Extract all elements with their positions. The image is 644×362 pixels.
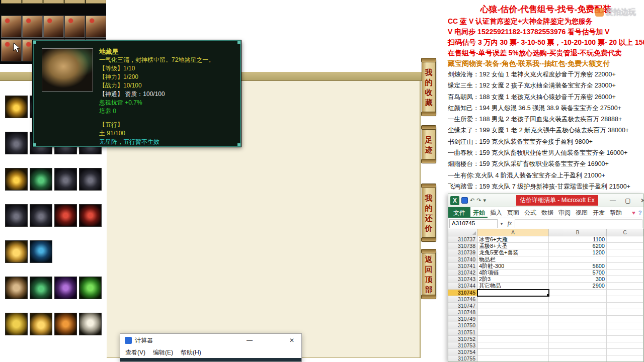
ribbon-tab-3[interactable]: 插入 <box>488 207 505 218</box>
jade-icon[interactable] <box>30 277 52 299</box>
crown-icon[interactable] <box>5 240 28 263</box>
character-portrait[interactable] <box>64 16 85 38</box>
cell-B310737[interactable]: 1100 <box>549 236 607 243</box>
name-box-dropdown-icon[interactable]: ▾ <box>499 221 505 226</box>
cell-A310750[interactable] <box>477 322 549 329</box>
cell-A310754[interactable] <box>477 349 549 355</box>
row-header-310740[interactable]: 310740 <box>448 256 477 263</box>
yellow-robe-icon[interactable] <box>5 313 28 335</box>
cell-C310753[interactable] <box>607 342 643 349</box>
cell-A310743[interactable]: 2阶3 <box>477 276 549 283</box>
jade-icon[interactable] <box>30 168 52 191</box>
cell-C310747[interactable] <box>607 303 643 309</box>
row-header-310742[interactable]: 310742 <box>448 269 477 276</box>
tab-my-collection[interactable]: 我的收藏 <box>422 59 436 115</box>
cell-A310751[interactable] <box>477 329 549 336</box>
ring-gold-icon[interactable] <box>5 168 28 191</box>
calc-menu-item-2[interactable]: 编辑(E) <box>153 348 173 357</box>
column-header-A[interactable]: A <box>477 229 549 236</box>
column-header-C[interactable]: C <box>607 229 643 236</box>
cell-A310747[interactable] <box>477 303 549 309</box>
cell-B310744[interactable]: 2900 <box>549 283 607 289</box>
cell-B310740[interactable] <box>549 256 607 263</box>
cell-B310743[interactable]: 300 <box>549 276 607 283</box>
row-header-310749[interactable]: 310749 <box>448 316 477 322</box>
cell-A310745[interactable] <box>477 290 549 296</box>
cell-C310741[interactable] <box>607 263 643 269</box>
cell-A310737[interactable]: 冰雪6+大雁 <box>477 236 549 243</box>
row-header-310738[interactable]: 310738 <box>448 243 477 249</box>
select-all-corner[interactable] <box>448 229 477 236</box>
cell-B310748[interactable] <box>549 309 607 316</box>
tab-back-to-top[interactable]: 返回顶部 <box>422 250 436 298</box>
character-portrait[interactable] <box>43 16 64 38</box>
character-portrait[interactable] <box>22 16 43 38</box>
calc-close-button[interactable]: ✕ <box>287 337 297 344</box>
crown-icon[interactable] <box>30 313 52 335</box>
cell-A310739[interactable]: 龙兔5变色+兽装 <box>477 249 549 256</box>
calc-menu-item-1[interactable]: 查看(V) <box>125 348 145 357</box>
cell-C310742[interactable] <box>607 269 643 276</box>
row-header-310751[interactable]: 310751 <box>448 329 477 336</box>
undo-icon[interactable]: ↶ <box>470 198 474 203</box>
row-header-310739[interactable]: 310739 <box>448 249 477 256</box>
cell-B310755[interactable] <box>549 355 607 362</box>
ribbon-tab-2[interactable]: 开始 <box>470 207 488 218</box>
ring-dark-icon[interactable] <box>30 204 52 227</box>
cell-A310749[interactable] <box>477 316 549 322</box>
cell-B310747[interactable] <box>549 303 607 309</box>
purple-icon[interactable] <box>54 277 77 299</box>
ribbon-tab-1[interactable]: 文件 <box>448 207 470 218</box>
ring-dark-icon[interactable] <box>79 168 102 191</box>
green-crystal-icon[interactable] <box>79 277 102 299</box>
column-header-B[interactable]: B <box>549 229 607 236</box>
cell-A310746[interactable] <box>477 296 549 303</box>
minimize-button[interactable]: — <box>606 197 619 204</box>
ribbon-tab-9[interactable]: 开发 <box>590 207 607 218</box>
help-icon[interactable]: ? <box>638 210 641 216</box>
red-bead-icon[interactable] <box>79 204 102 227</box>
cell-C310752[interactable] <box>607 336 643 342</box>
row-header-310743[interactable]: 310743 <box>448 276 477 283</box>
heart-icon[interactable]: ♥ <box>632 210 635 216</box>
cell-B310750[interactable] <box>549 322 607 329</box>
row-header-310747[interactable]: 310747 <box>448 303 477 309</box>
ribbon-tab-7[interactable]: 审阅 <box>556 207 573 218</box>
row-header-310753[interactable]: 310753 <box>448 342 477 349</box>
cell-A310752[interactable] <box>477 336 549 342</box>
cell-C310749[interactable] <box>607 316 643 322</box>
blue-icon[interactable] <box>30 240 52 263</box>
row-header-310741[interactable]: 310741 <box>448 263 477 269</box>
calc-minimize-button[interactable]: — <box>245 337 255 344</box>
ribbon-tab-10[interactable]: 帮助 <box>607 207 624 218</box>
cell-A310755[interactable] <box>477 355 549 362</box>
cell-C310738[interactable] <box>607 243 643 249</box>
orange-icon[interactable] <box>54 313 77 335</box>
cell-A310753[interactable] <box>477 342 549 349</box>
row-header-310745[interactable]: 310745 <box>448 290 477 296</box>
maximize-button[interactable]: ▢ <box>621 197 634 204</box>
row-header-310746[interactable]: 310746 <box>448 296 477 303</box>
formula-input[interactable] <box>515 219 642 228</box>
ribbon-tab-6[interactable]: 数据 <box>539 207 556 218</box>
ribbon-tab-4[interactable]: 页面 <box>505 207 522 218</box>
tab-my-counteroffer[interactable]: 我的还价 <box>422 185 436 241</box>
white-cone-icon[interactable] <box>79 313 102 335</box>
ring-dark-icon[interactable] <box>5 132 28 154</box>
row-header-310737[interactable]: 310737 <box>448 236 477 243</box>
character-portrait[interactable] <box>86 16 106 38</box>
cell-C310739[interactable] <box>607 249 643 256</box>
redo-icon[interactable]: ↷ <box>476 198 481 203</box>
cell-B310745[interactable] <box>549 290 607 296</box>
row-header-310755[interactable]: 310755 <box>448 355 477 362</box>
inventory-icon-partial[interactable] <box>86 0 106 4</box>
row-header-310744[interactable]: 310744 <box>448 283 477 289</box>
inventory-icon-partial[interactable] <box>43 0 64 4</box>
cell-B310741[interactable]: 5600 <box>549 263 607 269</box>
cell-B310754[interactable] <box>549 349 607 355</box>
cell-B310742[interactable]: 5700 <box>549 269 607 276</box>
cell-C310746[interactable] <box>607 296 643 303</box>
ring-dark-icon[interactable] <box>54 168 77 191</box>
cell-C310740[interactable] <box>607 256 643 263</box>
tab-footprints[interactable]: 足迹 <box>422 126 436 162</box>
